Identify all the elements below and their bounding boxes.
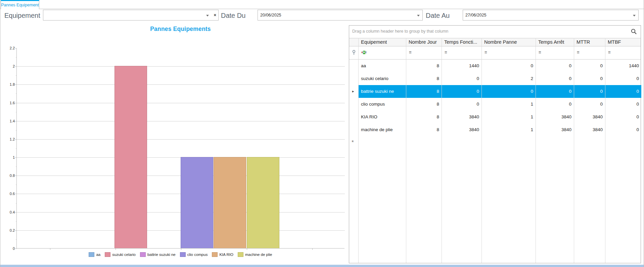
column-separator bbox=[605, 38, 605, 263]
y-axis-tick-label: 2 bbox=[1, 64, 15, 68]
cell[interactable]: 0 bbox=[574, 98, 605, 111]
column-header-nombre-panne[interactable]: Nombre Panne bbox=[481, 38, 536, 46]
filter-pin-icon bbox=[352, 50, 356, 56]
cell[interactable]: 8 bbox=[406, 123, 442, 136]
cell[interactable]: 0 bbox=[442, 72, 481, 85]
filter-cell-numeric-2[interactable]: = bbox=[442, 46, 481, 59]
cell[interactable]: 0 bbox=[574, 85, 605, 98]
cell[interactable]: 0 bbox=[481, 60, 536, 72]
cell[interactable]: machine de plie bbox=[358, 123, 406, 136]
cell[interactable]: 1440 bbox=[442, 60, 481, 72]
filter-cell-numeric-3[interactable]: = bbox=[481, 46, 536, 59]
search-icon[interactable] bbox=[631, 28, 637, 35]
cell[interactable]: 1440 bbox=[605, 60, 641, 72]
filter-cell-equipement[interactable]: ABC bbox=[358, 46, 406, 59]
y-axis-minor-tick bbox=[16, 130, 17, 130]
cell[interactable]: 3840 bbox=[574, 111, 605, 123]
row-indicator-cell bbox=[349, 60, 358, 72]
cell[interactable]: 2 bbox=[481, 72, 536, 85]
cell[interactable]: 0 bbox=[605, 98, 641, 111]
legend-swatch bbox=[212, 252, 218, 257]
cell[interactable]: 1 bbox=[481, 98, 536, 111]
chevron-down-icon[interactable] bbox=[633, 15, 636, 16]
tab-pannes-equipement[interactable]: Pannes Equipement bbox=[1, 0, 39, 9]
cell[interactable]: 0 bbox=[574, 72, 605, 85]
y-axis-minor-tick bbox=[16, 239, 17, 240]
cell[interactable]: 8 bbox=[406, 111, 442, 123]
cell[interactable]: 0 bbox=[605, 72, 641, 85]
cell[interactable]: 0 bbox=[442, 85, 481, 98]
cell[interactable]: 8 bbox=[406, 72, 442, 85]
column-header-nombre-jour[interactable]: Nombre Jour bbox=[406, 38, 442, 46]
legend-item-clio-compus[interactable]: clio compus bbox=[180, 252, 208, 257]
filter-cell-numeric-5[interactable]: = bbox=[574, 46, 605, 59]
group-by-panel[interactable]: Drag a column header here to group by th… bbox=[349, 26, 641, 38]
cell[interactable]: suzuki celario bbox=[358, 72, 406, 85]
table-row[interactable]: clio compus801000 bbox=[349, 98, 641, 111]
table-row[interactable]: suzuki celario802000 bbox=[349, 72, 641, 85]
column-header-temps-foncti-[interactable]: Temps Foncti... bbox=[442, 38, 481, 46]
cell[interactable]: KIA RIO bbox=[358, 111, 406, 123]
table-row[interactable]: aa814400001440 bbox=[349, 60, 641, 72]
table-row[interactable]: ▸battrie suzuki ne800000 bbox=[349, 85, 641, 98]
cell[interactable]: 0 bbox=[574, 60, 605, 72]
bar-chart-plot-area: 2.221.81.61.41.210.80.60.40.20 bbox=[16, 48, 344, 249]
cell[interactable]: 8 bbox=[406, 60, 442, 72]
cell[interactable]: 8 bbox=[406, 85, 442, 98]
cell[interactable]: clio compus bbox=[358, 98, 406, 111]
cell[interactable]: 3840 bbox=[574, 123, 605, 136]
bar-clio-compus[interactable] bbox=[181, 157, 213, 248]
legend-item-battrie-suzuki-ne[interactable]: battrie suzuki ne bbox=[140, 252, 176, 257]
x-axis-tick bbox=[312, 248, 313, 250]
table-row[interactable]: KIA RIO838401384038400 bbox=[349, 111, 641, 123]
cell[interactable]: 0 bbox=[442, 98, 481, 111]
cell[interactable]: 3840 bbox=[442, 111, 481, 123]
cell[interactable]: 0 bbox=[536, 85, 574, 98]
equipement-combobox[interactable]: × bbox=[43, 10, 219, 21]
table-row[interactable]: machine de plie838401384038400 bbox=[349, 123, 641, 136]
chevron-down-icon[interactable] bbox=[206, 15, 209, 16]
legend-item-aa[interactable]: aa bbox=[89, 252, 100, 257]
filter-cell-numeric-6[interactable]: = bbox=[605, 46, 641, 59]
date-du-field[interactable]: 20/06/2025 bbox=[258, 10, 423, 21]
cell[interactable]: 1 bbox=[481, 111, 536, 123]
bar-suzuki-celario[interactable] bbox=[114, 66, 147, 248]
chevron-down-icon[interactable] bbox=[417, 15, 420, 16]
y-axis-minor-tick bbox=[16, 203, 17, 203]
cell[interactable]: aa bbox=[358, 60, 406, 72]
date-au-label: Date Au bbox=[426, 10, 450, 21]
cell[interactable]: 0 bbox=[536, 98, 574, 111]
y-axis-tick bbox=[15, 230, 17, 231]
bar-machine-de-plie[interactable] bbox=[247, 157, 279, 248]
cell[interactable]: 3840 bbox=[536, 123, 574, 136]
equals-operator-icon: = bbox=[442, 46, 481, 59]
date-du-label: Date Du bbox=[221, 10, 245, 21]
cell[interactable]: 8 bbox=[406, 98, 442, 111]
legend-item-KIA-RIO[interactable]: KIA RIO bbox=[212, 252, 233, 257]
cell[interactable]: 1 bbox=[481, 123, 536, 136]
column-header-equipement[interactable]: Equipement bbox=[358, 38, 406, 46]
y-axis-tick-label: 1.4 bbox=[1, 119, 15, 123]
date-au-field[interactable]: 27/06/2025 bbox=[463, 10, 639, 21]
cell[interactable]: 3840 bbox=[442, 123, 481, 136]
row-indicator-cell: ▸ bbox=[349, 85, 358, 98]
y-axis-tick-label: 0 bbox=[1, 246, 15, 251]
legend-item-machine-de-plie[interactable]: machine de plie bbox=[238, 252, 272, 257]
cell[interactable]: 0 bbox=[536, 60, 574, 72]
cell[interactable]: 0 bbox=[481, 85, 536, 98]
legend-item-suzuki-celario[interactable]: suzuki celario bbox=[105, 252, 136, 257]
clear-icon[interactable]: × bbox=[214, 12, 216, 18]
filter-cell-numeric-4[interactable]: = bbox=[536, 46, 574, 59]
cell[interactable]: 0 bbox=[605, 123, 641, 136]
column-header-mttr[interactable]: MTTR bbox=[574, 38, 605, 46]
cell[interactable]: 3840 bbox=[536, 111, 574, 123]
cell[interactable]: battrie suzuki ne bbox=[358, 85, 406, 98]
new-item-row[interactable]: * bbox=[349, 136, 641, 149]
cell[interactable]: 0 bbox=[536, 72, 574, 85]
cell[interactable]: 0 bbox=[605, 111, 641, 123]
cell[interactable]: 0 bbox=[605, 85, 641, 98]
bar-KIA-RIO[interactable] bbox=[214, 157, 246, 248]
filter-cell-numeric-1[interactable]: = bbox=[406, 46, 442, 59]
column-header-temps-arr-t[interactable]: Temps Arrêt bbox=[536, 38, 574, 46]
column-header-mtbf[interactable]: MTBF bbox=[605, 38, 641, 46]
